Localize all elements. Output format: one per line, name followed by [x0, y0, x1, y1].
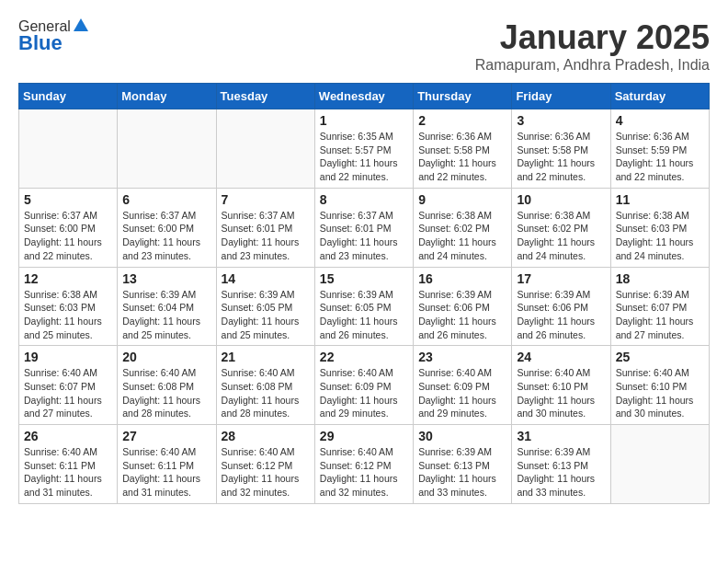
- day-info: Sunrise: 6:40 AM Sunset: 6:12 PM Dayligh…: [222, 445, 310, 500]
- day-info: Sunrise: 6:40 AM Sunset: 6:11 PM Dayligh…: [122, 445, 210, 500]
- weekday-header-saturday: Saturday: [610, 84, 709, 109]
- logo-blue-text: Blue: [18, 31, 63, 55]
- day-number: 30: [418, 429, 506, 443]
- day-number: 24: [517, 350, 605, 364]
- day-info: Sunrise: 6:39 AM Sunset: 6:13 PM Dayligh…: [517, 445, 605, 500]
- day-info: Sunrise: 6:37 AM Sunset: 6:00 PM Dayligh…: [24, 209, 112, 263]
- calendar-cell: 26Sunrise: 6:40 AM Sunset: 6:11 PM Dayli…: [19, 425, 118, 504]
- day-info: Sunrise: 6:36 AM Sunset: 5:58 PM Dayligh…: [517, 130, 605, 184]
- calendar-table: SundayMondayTuesdayWednesdayThursdayFrid…: [18, 83, 710, 504]
- calendar-cell: 11Sunrise: 6:38 AM Sunset: 6:03 PM Dayli…: [610, 188, 709, 267]
- weekday-header-thursday: Thursday: [414, 84, 512, 109]
- day-number: 2: [418, 113, 506, 128]
- day-number: 29: [320, 429, 408, 443]
- day-number: 11: [616, 192, 704, 207]
- page-header: General Blue January 2025 Ramapuram, And…: [18, 18, 710, 74]
- calendar-cell: 27Sunrise: 6:40 AM Sunset: 6:11 PM Dayli…: [118, 425, 216, 504]
- day-number: 22: [320, 350, 408, 364]
- day-number: 25: [616, 350, 704, 364]
- logo: General Blue: [18, 18, 90, 55]
- calendar-cell: 1Sunrise: 6:35 AM Sunset: 5:57 PM Daylig…: [314, 109, 413, 189]
- logo-icon: [72, 17, 90, 35]
- day-number: 28: [222, 429, 310, 443]
- day-number: 1: [320, 113, 408, 128]
- calendar-cell: 23Sunrise: 6:40 AM Sunset: 6:09 PM Dayli…: [414, 346, 512, 425]
- day-number: 18: [616, 271, 704, 286]
- day-number: 3: [517, 113, 605, 128]
- calendar-cell: 7Sunrise: 6:37 AM Sunset: 6:01 PM Daylig…: [216, 188, 314, 267]
- svg-marker-0: [74, 18, 88, 31]
- day-number: 8: [320, 192, 408, 207]
- calendar-cell: 16Sunrise: 6:39 AM Sunset: 6:06 PM Dayli…: [414, 267, 512, 346]
- day-number: 21: [222, 350, 310, 364]
- day-info: Sunrise: 6:38 AM Sunset: 6:02 PM Dayligh…: [517, 209, 605, 263]
- day-info: Sunrise: 6:36 AM Sunset: 5:58 PM Dayligh…: [418, 130, 506, 184]
- day-info: Sunrise: 6:38 AM Sunset: 6:03 PM Dayligh…: [24, 288, 112, 342]
- calendar-cell: 30Sunrise: 6:39 AM Sunset: 6:13 PM Dayli…: [414, 425, 512, 504]
- calendar-cell: 6Sunrise: 6:37 AM Sunset: 6:00 PM Daylig…: [118, 188, 216, 267]
- day-number: 6: [122, 192, 210, 207]
- day-number: 4: [616, 113, 704, 128]
- day-number: 15: [320, 271, 408, 286]
- calendar-cell: 15Sunrise: 6:39 AM Sunset: 6:05 PM Dayli…: [314, 267, 413, 346]
- day-number: 14: [222, 271, 310, 286]
- day-number: 23: [418, 350, 506, 364]
- calendar-cell: 9Sunrise: 6:38 AM Sunset: 6:02 PM Daylig…: [414, 188, 512, 267]
- calendar-cell: [610, 425, 709, 504]
- calendar-cell: 31Sunrise: 6:39 AM Sunset: 6:13 PM Dayli…: [512, 425, 610, 504]
- day-number: 26: [24, 429, 112, 443]
- day-number: 31: [517, 429, 605, 443]
- day-info: Sunrise: 6:38 AM Sunset: 6:03 PM Dayligh…: [616, 209, 704, 263]
- day-info: Sunrise: 6:40 AM Sunset: 6:09 PM Dayligh…: [418, 366, 506, 420]
- day-info: Sunrise: 6:38 AM Sunset: 6:02 PM Dayligh…: [418, 209, 506, 263]
- calendar-cell: 13Sunrise: 6:39 AM Sunset: 6:04 PM Dayli…: [118, 267, 216, 346]
- day-info: Sunrise: 6:40 AM Sunset: 6:08 PM Dayligh…: [122, 366, 210, 420]
- day-number: 7: [222, 192, 310, 207]
- calendar-cell: 29Sunrise: 6:40 AM Sunset: 6:12 PM Dayli…: [314, 425, 413, 504]
- weekday-header-tuesday: Tuesday: [216, 84, 314, 109]
- day-info: Sunrise: 6:39 AM Sunset: 6:04 PM Dayligh…: [122, 288, 210, 342]
- calendar-cell: 22Sunrise: 6:40 AM Sunset: 6:09 PM Dayli…: [314, 346, 413, 425]
- day-info: Sunrise: 6:39 AM Sunset: 6:05 PM Dayligh…: [320, 288, 408, 342]
- day-info: Sunrise: 6:40 AM Sunset: 6:07 PM Dayligh…: [24, 366, 112, 420]
- day-number: 13: [122, 271, 210, 286]
- calendar-cell: 24Sunrise: 6:40 AM Sunset: 6:10 PM Dayli…: [512, 346, 610, 425]
- day-number: 12: [24, 271, 112, 286]
- calendar-cell: 18Sunrise: 6:39 AM Sunset: 6:07 PM Dayli…: [610, 267, 709, 346]
- calendar-cell: 8Sunrise: 6:37 AM Sunset: 6:01 PM Daylig…: [314, 188, 413, 267]
- calendar-cell: 21Sunrise: 6:40 AM Sunset: 6:08 PM Dayli…: [216, 346, 314, 425]
- day-info: Sunrise: 6:39 AM Sunset: 6:07 PM Dayligh…: [616, 288, 704, 342]
- calendar-cell: 4Sunrise: 6:36 AM Sunset: 5:59 PM Daylig…: [610, 109, 709, 189]
- calendar-cell: 2Sunrise: 6:36 AM Sunset: 5:58 PM Daylig…: [414, 109, 512, 189]
- calendar-cell: 19Sunrise: 6:40 AM Sunset: 6:07 PM Dayli…: [19, 346, 118, 425]
- calendar-location: Ramapuram, Andhra Pradesh, India: [475, 57, 710, 74]
- day-number: 9: [418, 192, 506, 207]
- day-info: Sunrise: 6:37 AM Sunset: 6:00 PM Dayligh…: [122, 209, 210, 263]
- day-number: 10: [517, 192, 605, 207]
- day-info: Sunrise: 6:39 AM Sunset: 6:13 PM Dayligh…: [418, 445, 506, 500]
- calendar-cell: 10Sunrise: 6:38 AM Sunset: 6:02 PM Dayli…: [512, 188, 610, 267]
- calendar-cell: 20Sunrise: 6:40 AM Sunset: 6:08 PM Dayli…: [118, 346, 216, 425]
- weekday-header-monday: Monday: [118, 84, 216, 109]
- calendar-cell: [118, 109, 216, 189]
- day-info: Sunrise: 6:39 AM Sunset: 6:06 PM Dayligh…: [418, 288, 506, 342]
- day-number: 27: [122, 429, 210, 443]
- calendar-cell: [216, 109, 314, 189]
- day-number: 17: [517, 271, 605, 286]
- day-info: Sunrise: 6:40 AM Sunset: 6:12 PM Dayligh…: [320, 445, 408, 500]
- day-info: Sunrise: 6:40 AM Sunset: 6:09 PM Dayligh…: [320, 366, 408, 420]
- day-info: Sunrise: 6:36 AM Sunset: 5:59 PM Dayligh…: [616, 130, 704, 184]
- day-info: Sunrise: 6:37 AM Sunset: 6:01 PM Dayligh…: [222, 209, 310, 263]
- weekday-header-wednesday: Wednesday: [314, 84, 413, 109]
- day-info: Sunrise: 6:40 AM Sunset: 6:10 PM Dayligh…: [517, 366, 605, 420]
- title-block: January 2025 Ramapuram, Andhra Pradesh, …: [475, 18, 710, 74]
- day-info: Sunrise: 6:39 AM Sunset: 6:06 PM Dayligh…: [517, 288, 605, 342]
- calendar-cell: 12Sunrise: 6:38 AM Sunset: 6:03 PM Dayli…: [19, 267, 118, 346]
- day-number: 5: [24, 192, 112, 207]
- calendar-cell: 14Sunrise: 6:39 AM Sunset: 6:05 PM Dayli…: [216, 267, 314, 346]
- day-number: 20: [122, 350, 210, 364]
- day-info: Sunrise: 6:37 AM Sunset: 6:01 PM Dayligh…: [320, 209, 408, 263]
- day-number: 19: [24, 350, 112, 364]
- calendar-cell: 3Sunrise: 6:36 AM Sunset: 5:58 PM Daylig…: [512, 109, 610, 189]
- calendar-cell: 17Sunrise: 6:39 AM Sunset: 6:06 PM Dayli…: [512, 267, 610, 346]
